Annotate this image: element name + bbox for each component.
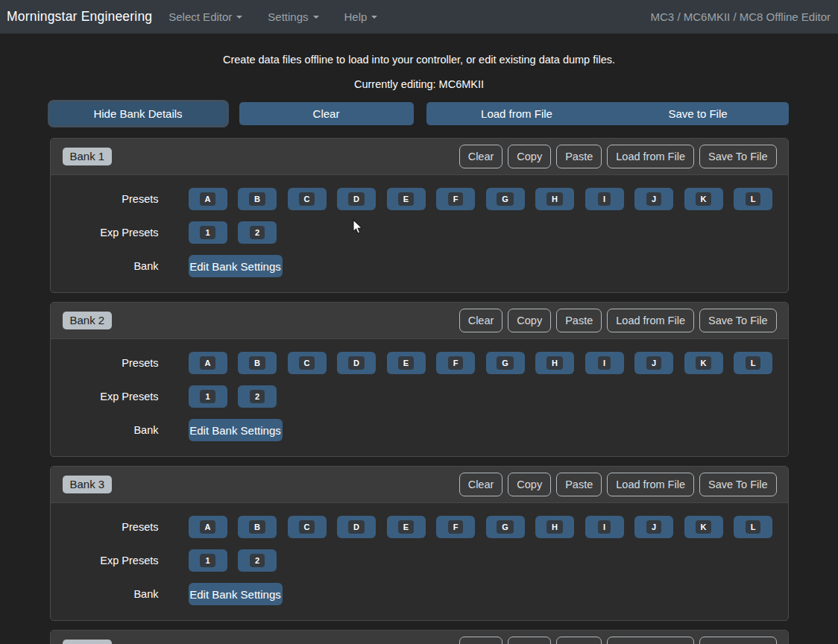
preset-i-button[interactable]: I: [585, 516, 624, 538]
preset-b-button[interactable]: B: [238, 516, 277, 538]
exp-preset-2-button[interactable]: 2: [238, 549, 277, 572]
preset-k-button[interactable]: K: [684, 352, 723, 374]
bank-name-badge[interactable]: Bank 1: [63, 148, 113, 165]
preset-letter-badge: 2: [250, 390, 265, 403]
bank-save-to-file-button[interactable]: Save To File: [699, 145, 777, 168]
preset-c-button[interactable]: C: [288, 188, 327, 210]
preset-d-button[interactable]: D: [337, 188, 376, 210]
exp-preset-1-button[interactable]: 1: [189, 549, 227, 572]
bank-card-body: Presets ABCDEFGHIJKL Exp Presets 12 Bank…: [51, 175, 788, 292]
bank-load-from-file-button[interactable]: Load from File: [607, 473, 694, 496]
brand[interactable]: Morningstar Engineering: [7, 9, 152, 25]
exp-presets-row: Exp Presets 12: [51, 549, 788, 572]
preset-h-button[interactable]: H: [535, 352, 574, 374]
bank-name-badge[interactable]: Bank 4: [63, 640, 113, 644]
preset-k-button[interactable]: K: [684, 188, 723, 210]
bank-clear-button[interactable]: Clear: [459, 637, 503, 644]
preset-letter-badge: H: [546, 520, 563, 534]
bank-save-to-file-button[interactable]: Save To File: [699, 309, 777, 332]
bank-paste-button[interactable]: Paste: [556, 145, 602, 168]
preset-h-button[interactable]: H: [535, 516, 574, 538]
bank-paste-button[interactable]: Paste: [556, 309, 602, 332]
bank-load-from-file-button[interactable]: Load from File: [607, 309, 694, 332]
preset-a-button[interactable]: A: [189, 352, 227, 374]
bank-load-from-file-button[interactable]: Load from File: [607, 145, 694, 168]
preset-f-button[interactable]: F: [436, 516, 475, 538]
preset-letter-badge: G: [497, 192, 514, 206]
preset-l-button[interactable]: L: [734, 188, 772, 210]
exp-preset-1-button[interactable]: 1: [189, 221, 227, 244]
preset-g-button[interactable]: G: [486, 352, 525, 374]
bank-action-buttons: ClearCopyPasteLoad from FileSave To File: [459, 637, 777, 644]
preset-d-button[interactable]: D: [337, 516, 376, 538]
preset-g-button[interactable]: G: [486, 188, 525, 210]
preset-e-button[interactable]: E: [387, 352, 426, 374]
preset-j-button[interactable]: J: [634, 188, 673, 210]
bank-clear-button[interactable]: Clear: [459, 145, 503, 168]
preset-b-button[interactable]: B: [238, 188, 277, 210]
bank-copy-button[interactable]: Copy: [508, 145, 551, 168]
edit-bank-settings-button[interactable]: Edit Bank Settings: [189, 583, 283, 605]
bank-save-to-file-button[interactable]: Save To File: [699, 473, 777, 496]
preset-f-button[interactable]: F: [436, 352, 475, 374]
preset-d-button[interactable]: D: [337, 352, 376, 374]
preset-letter-badge: H: [546, 356, 563, 370]
menu-help[interactable]: Help: [344, 10, 378, 23]
bank-paste-button[interactable]: Paste: [556, 637, 602, 644]
preset-i-button[interactable]: I: [585, 352, 624, 374]
preset-l-button[interactable]: L: [734, 516, 772, 538]
preset-buttons: ABCDEFGHIJKL: [189, 188, 773, 210]
exp-preset-2-button[interactable]: 2: [238, 221, 277, 244]
bank-clear-button[interactable]: Clear: [459, 309, 503, 332]
preset-l-button[interactable]: L: [734, 352, 772, 374]
exp-preset-2-button[interactable]: 2: [238, 385, 277, 408]
preset-c-button[interactable]: C: [288, 516, 327, 538]
nav-menus: Select Editor Settings Help: [168, 10, 403, 23]
file-actions-group: Load from File Save to File: [426, 102, 789, 125]
preset-letter-badge: E: [398, 520, 414, 534]
load-from-file-button[interactable]: Load from File: [426, 102, 608, 125]
bank-name-badge[interactable]: Bank 3: [63, 476, 113, 493]
edit-bank-settings-button[interactable]: Edit Bank Settings: [189, 419, 283, 441]
bank-card: Bank 2 ClearCopyPasteLoad from FileSave …: [50, 302, 789, 457]
preset-a-button[interactable]: A: [189, 516, 227, 538]
bank-load-from-file-button[interactable]: Load from File: [607, 637, 694, 644]
top-actions: Hide Bank Details Clear Load from File S…: [50, 102, 789, 125]
preset-letter-badge: 1: [200, 554, 215, 567]
preset-h-button[interactable]: H: [535, 188, 574, 210]
clear-all-button[interactable]: Clear: [239, 102, 414, 125]
preset-f-button[interactable]: F: [436, 188, 475, 210]
preset-letter-badge: 2: [250, 226, 265, 239]
exp-preset-1-button[interactable]: 1: [189, 385, 227, 408]
menu-settings[interactable]: Settings: [268, 10, 318, 23]
preset-j-button[interactable]: J: [634, 516, 673, 538]
preset-buttons: ABCDEFGHIJKL: [189, 516, 773, 538]
preset-i-button[interactable]: I: [585, 188, 624, 210]
preset-a-button[interactable]: A: [189, 188, 227, 210]
preset-letter-badge: B: [249, 520, 265, 534]
bank-save-to-file-button[interactable]: Save To File: [699, 637, 777, 644]
preset-j-button[interactable]: J: [634, 352, 673, 374]
preset-k-button[interactable]: K: [684, 516, 723, 538]
preset-c-button[interactable]: C: [288, 352, 327, 374]
preset-letter-badge: A: [200, 356, 216, 370]
hide-bank-details-button[interactable]: Hide Bank Details: [50, 102, 227, 125]
presets-label: Presets: [51, 357, 159, 369]
bank-name-badge[interactable]: Bank 2: [63, 312, 113, 329]
bank-card-header: Bank 4 ClearCopyPasteLoad from FileSave …: [51, 631, 788, 644]
bank-copy-button[interactable]: Copy: [508, 309, 551, 332]
preset-e-button[interactable]: E: [387, 188, 426, 210]
preset-b-button[interactable]: B: [238, 352, 277, 374]
preset-letter-badge: B: [249, 192, 265, 206]
bank-copy-button[interactable]: Copy: [508, 637, 551, 644]
preset-letter-badge: J: [646, 192, 661, 206]
banks-list: Bank 1 ClearCopyPasteLoad from FileSave …: [50, 138, 789, 644]
bank-clear-button[interactable]: Clear: [459, 473, 503, 496]
save-to-file-button[interactable]: Save to File: [608, 102, 789, 125]
edit-bank-settings-button[interactable]: Edit Bank Settings: [189, 255, 283, 277]
preset-e-button[interactable]: E: [387, 516, 426, 538]
bank-paste-button[interactable]: Paste: [556, 473, 602, 496]
menu-select-editor[interactable]: Select Editor: [168, 10, 242, 23]
preset-g-button[interactable]: G: [486, 516, 525, 538]
bank-copy-button[interactable]: Copy: [508, 473, 551, 496]
